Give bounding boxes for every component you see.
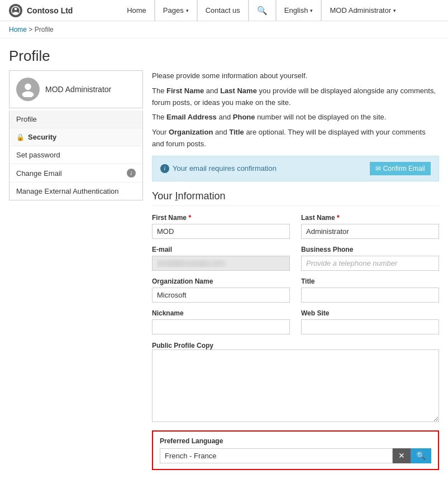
intro-line3: The Email Address and Phone number will … — [152, 112, 439, 123]
brand[interactable]: Contoso Ltd — [9, 4, 73, 17]
svg-point-4 — [22, 92, 34, 98]
page-title: Profile — [0, 39, 448, 70]
nav-search[interactable]: 🔍 — [249, 0, 275, 21]
email-confirmation-banner: i Your email requires confirmation ✉ Con… — [152, 156, 439, 181]
org-name-input[interactable] — [152, 288, 290, 303]
lock-icon: 🔒 — [16, 133, 25, 141]
form-group-website: Web Site — [301, 309, 439, 334]
sidebar-item-set-password[interactable]: Set password — [9, 146, 142, 164]
nav-user[interactable]: MOD Administrator▾ — [321, 0, 404, 21]
sidebar-item-profile[interactable]: Profile — [9, 111, 142, 128]
website-input[interactable] — [301, 319, 439, 334]
nav-home[interactable]: Home — [119, 0, 154, 21]
banner-message: Your email requires confirmation — [173, 164, 277, 173]
org-name-label: Organization Name — [152, 277, 290, 285]
sidebar: MOD Administrator Profile 🔒 Security Set… — [9, 70, 143, 470]
nav-pages[interactable]: Pages▾ — [155, 0, 197, 21]
main-layout: MOD Administrator Profile 🔒 Security Set… — [0, 70, 448, 479]
nickname-label: Nickname — [152, 309, 290, 317]
form-row-nickname-website: Nickname Web Site — [152, 309, 439, 334]
business-phone-input[interactable] — [301, 256, 439, 271]
avatar-icon — [20, 82, 36, 97]
breadcrumb-home[interactable]: Home — [9, 26, 27, 33]
breadcrumb-separator: > — [28, 26, 34, 33]
nickname-input[interactable] — [152, 319, 290, 334]
your-info-title: Your Information — [152, 190, 439, 206]
form-group-last-name: Last Name * — [301, 214, 439, 239]
first-name-label: First Name * — [152, 214, 290, 222]
form-group-first-name: First Name * — [152, 214, 290, 239]
title-input[interactable] — [301, 288, 439, 303]
last-name-required: * — [337, 214, 340, 222]
sidebar-security-header: 🔒 Security — [9, 128, 142, 146]
sidebar-avatar-box: MOD Administrator — [9, 70, 143, 108]
last-name-input[interactable] — [301, 224, 439, 239]
content-area: Please provide some information about yo… — [152, 70, 439, 470]
breadcrumb-current: Profile — [35, 26, 54, 33]
change-email-info-icon: i — [127, 169, 136, 178]
intro-text: Please provide some information about yo… — [152, 70, 439, 150]
nav-english[interactable]: English▾ — [276, 0, 321, 21]
svg-point-2 — [13, 12, 18, 15]
brand-name: Contoso Ltd — [27, 6, 73, 15]
sidebar-item-change-email[interactable]: Change Email i — [9, 164, 142, 183]
form-row-names: First Name * Last Name * — [152, 214, 439, 239]
preferred-language-search-button[interactable]: 🔍 — [411, 448, 431, 463]
svg-point-3 — [25, 84, 31, 90]
form-row-org-title: Organization Name Title — [152, 277, 439, 303]
sidebar-item-manage-ext-auth[interactable]: Manage External Authentication — [9, 183, 142, 200]
brand-logo — [9, 4, 22, 17]
email-label: E-mail — [152, 246, 290, 253]
svg-point-1 — [15, 7, 17, 10]
public-profile-textarea[interactable] — [152, 349, 439, 422]
website-label: Web Site — [301, 309, 439, 317]
email-input[interactable] — [152, 256, 290, 271]
preferred-language-clear-button[interactable]: ✕ — [393, 448, 411, 463]
intro-line1: Please provide some information about yo… — [152, 70, 439, 82]
breadcrumb: Home > Profile — [0, 21, 448, 39]
form-row-email-phone: E-mail Business Phone — [152, 246, 439, 271]
intro-line2: The First Name and Last Name you provide… — [152, 85, 439, 109]
your-information-section: Your Information First Name * Last Name … — [152, 190, 439, 470]
public-profile-label: Public Profile Copy — [152, 342, 213, 349]
form-group-nickname: Nickname — [152, 309, 290, 334]
navbar: Contoso Ltd Home Pages▾ Contact us 🔍 Eng… — [0, 0, 448, 21]
form-group-title: Title — [301, 277, 439, 303]
navbar-links: Home Pages▾ Contact us 🔍 English▾ MOD Ad… — [84, 0, 439, 21]
banner-info-icon: i — [160, 164, 169, 173]
last-name-label: Last Name * — [301, 214, 439, 222]
form-group-business-phone: Business Phone — [301, 246, 439, 271]
preferred-language-label: Preferred Language — [160, 437, 431, 445]
preferred-language-row: ✕ 🔍 — [160, 448, 431, 463]
form-group-org: Organization Name — [152, 277, 290, 303]
nav-contact[interactable]: Contact us — [197, 0, 248, 21]
intro-line4: Your Organization and Title are optional… — [152, 127, 439, 150]
form-group-email: E-mail — [152, 246, 290, 271]
first-name-required: * — [188, 214, 191, 222]
sidebar-menu: Profile 🔒 Security Set password Change E… — [9, 111, 143, 200]
first-name-input[interactable] — [152, 224, 290, 239]
public-profile-section: Public Profile Copy — [152, 341, 439, 424]
user-arrow: ▾ — [393, 8, 396, 13]
preferred-language-input[interactable] — [160, 448, 393, 463]
avatar — [16, 78, 40, 101]
confirm-email-button[interactable]: ✉ Confirm Email — [370, 162, 431, 175]
preferred-language-section: Preferred Language ✕ 🔍 — [152, 430, 439, 470]
title-label: Title — [301, 277, 439, 285]
avatar-name: MOD Administrator — [45, 85, 111, 94]
pages-arrow: ▾ — [186, 8, 189, 13]
business-phone-label: Business Phone — [301, 246, 439, 253]
english-arrow: ▾ — [310, 8, 313, 13]
